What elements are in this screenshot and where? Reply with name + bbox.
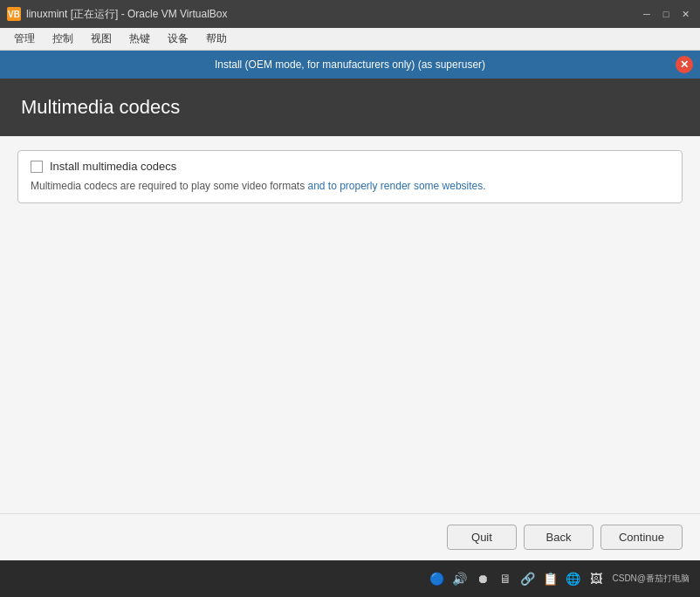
continue-button[interactable]: Continue — [600, 525, 683, 550]
installer-content: Install multimedia codecs Multimedia cod… — [0, 136, 700, 513]
info-banner: Install (OEM mode, for manufacturers onl… — [0, 51, 700, 79]
taskbar-icon-5[interactable]: 🔗 — [518, 569, 538, 588]
back-button[interactable]: Back — [524, 525, 594, 550]
installer-window: Multimedia codecs Install multimedia cod… — [0, 79, 700, 560]
window-controls: ─ □ ✕ — [639, 6, 693, 22]
menu-bar: 管理 控制 视图 热键 设备 帮助 — [0, 28, 700, 51]
window-title: linuxmint [正在运行] - Oracle VM VirtualBox — [26, 7, 634, 22]
option-row: Install multimedia codecs — [31, 160, 669, 173]
taskbar-icon-1[interactable]: 🔵 — [428, 569, 447, 588]
button-bar: Quit Back Continue — [0, 513, 700, 560]
menu-item-hotkeys[interactable]: 热键 — [122, 30, 157, 48]
maximize-button[interactable]: □ — [658, 6, 674, 22]
taskbar-icon-6[interactable]: 📋 — [541, 569, 560, 588]
app-icon-label: VB — [8, 10, 20, 19]
close-button[interactable]: ✕ — [677, 6, 693, 22]
taskbar-label: CSDN@番茄打电脑 — [613, 573, 690, 585]
menu-item-control[interactable]: 控制 — [45, 30, 80, 48]
description-end: . — [483, 180, 485, 192]
description-link[interactable]: and to properly render some websites — [307, 180, 483, 192]
title-bar: VB linuxmint [正在运行] - Oracle VM VirtualB… — [0, 0, 700, 28]
menu-item-help[interactable]: 帮助 — [199, 30, 234, 48]
description-text: Multimedia codecs are required to play s… — [31, 180, 307, 192]
taskbar-icon-4[interactable]: 🖥 — [496, 569, 515, 588]
installer-header: Multimedia codecs — [0, 79, 700, 136]
install-codecs-label: Install multimedia codecs — [50, 160, 176, 173]
banner-text: Install (OEM mode, for manufacturers onl… — [215, 58, 485, 71]
install-codecs-checkbox[interactable] — [31, 161, 43, 173]
main-window: VB linuxmint [正在运行] - Oracle VM VirtualB… — [0, 0, 700, 597]
installer-title: Multimedia codecs — [21, 96, 679, 119]
minimize-button[interactable]: ─ — [639, 6, 655, 22]
taskbar-icon-7[interactable]: 🌐 — [564, 569, 583, 588]
banner-close-button[interactable]: ✕ — [676, 56, 693, 73]
menu-item-devices[interactable]: 设备 — [161, 30, 196, 48]
codec-option-box: Install multimedia codecs Multimedia cod… — [17, 150, 683, 203]
menu-item-manage[interactable]: 管理 — [7, 30, 42, 48]
taskbar-icon-3[interactable]: ⏺ — [473, 569, 492, 588]
taskbar-icon-8[interactable]: 🖼 — [587, 569, 606, 588]
taskbar-icon-2[interactable]: 🔊 — [450, 569, 470, 588]
option-description: Multimedia codecs are required to play s… — [31, 178, 669, 194]
menu-item-view[interactable]: 视图 — [84, 30, 119, 48]
quit-button[interactable]: Quit — [447, 525, 517, 550]
app-icon: VB — [7, 7, 21, 21]
taskbar: 🔵 🔊 ⏺ 🖥 🔗 📋 🌐 🖼 CSDN@番茄打电脑 — [0, 560, 700, 597]
